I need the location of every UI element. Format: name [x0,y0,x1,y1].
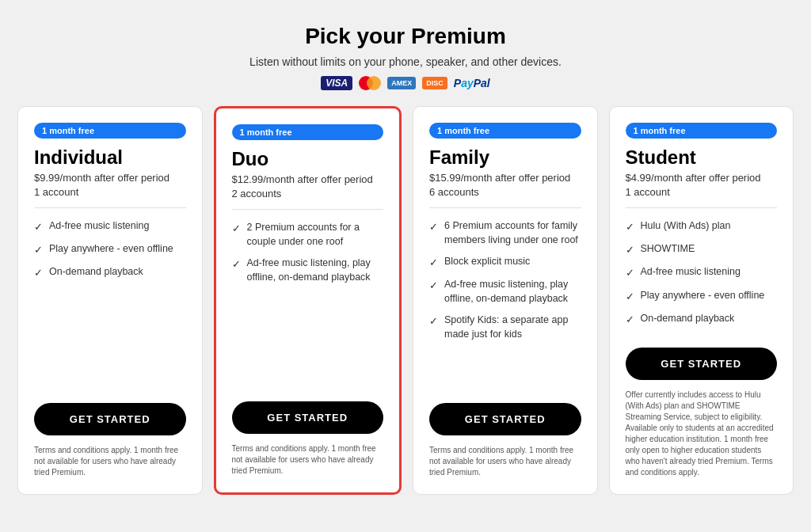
plan-card-individual: 1 month freeIndividual$9.99/month after … [17,106,203,495]
list-item: ✓Ad-free music listening [34,219,186,234]
page-title: Pick your Premium [249,24,562,49]
feature-text: Play anywhere - even offline [641,289,765,303]
plan-card-family: 1 month freeFamily$15.99/month after off… [413,106,598,495]
visa-icon: VISA [321,76,352,90]
student-features: ✓Hulu (With Ads) plan✓SHOWTIME✓Ad-free m… [626,219,778,335]
check-icon: ✓ [626,290,634,304]
duo-terms: Terms and conditions apply. 1 month free… [232,443,384,477]
check-icon: ✓ [34,220,43,234]
duo-badge: 1 month free [232,124,384,140]
amex-icon: AMEX [387,77,416,89]
list-item: ✓Ad-free music listening, play offline, … [232,256,384,284]
student-get-started-button[interactable]: GET STARTED [626,348,778,380]
list-item: ✓6 Premium accounts for family members l… [429,219,581,247]
check-icon: ✓ [429,220,438,234]
individual-badge: 1 month free [34,123,186,139]
individual-price: $9.99/month after offer period [34,172,186,184]
individual-divider [34,207,186,208]
check-icon: ✓ [429,256,438,270]
family-name: Family [429,146,581,169]
duo-price: $12.99/month after offer period [232,173,384,185]
duo-get-started-button[interactable]: GET STARTED [232,401,384,434]
feature-text: Hulu (With Ads) plan [641,219,731,234]
plans-container: 1 month freeIndividual$9.99/month after … [17,106,794,495]
check-icon: ✓ [429,314,438,329]
list-item: ✓SHOWTIME [626,242,778,257]
discover-icon: DISC [422,77,447,89]
family-price: $15.99/month after offer period [429,172,581,184]
list-item: ✓Play anywhere - even offline [34,242,186,257]
feature-text: Block explicit music [444,255,530,269]
page-header: Pick your Premium Listen without limits … [249,24,562,90]
check-icon: ✓ [626,243,634,257]
check-icon: ✓ [34,266,43,280]
check-icon: ✓ [34,243,43,257]
feature-text: Ad-free music listening [49,219,149,234]
student-divider [626,207,778,208]
family-terms: Terms and conditions apply. 1 month free… [429,445,581,478]
list-item: ✓On-demand playback [626,312,778,327]
duo-accounts: 2 accounts [232,188,384,200]
list-item: ✓2 Premium accounts for a couple under o… [232,221,384,249]
feature-text: On-demand playback [641,312,735,326]
student-badge: 1 month free [626,123,778,139]
family-accounts: 6 accounts [429,186,581,198]
family-divider [429,207,581,208]
duo-divider [232,209,384,210]
page-subtitle: Listen without limits on your phone, spe… [249,55,562,68]
list-item: ✓Hulu (With Ads) plan [626,219,778,234]
plan-card-duo: 1 month freeDuo$12.99/month after offer … [214,106,402,495]
feature-text: Play anywhere - even offline [49,242,173,256]
duo-name: Duo [232,148,384,170]
list-item: ✓Block explicit music [429,255,581,270]
list-item: ✓Play anywhere - even offline [626,289,778,304]
check-icon: ✓ [232,257,241,272]
feature-text: Ad-free music listening, play offline, o… [247,256,384,284]
feature-text: Spotify Kids: a separate app made just f… [444,314,581,341]
list-item: ✓Ad-free music listening, play offline, … [429,278,581,306]
feature-text: 2 Premium accounts for a couple under on… [247,221,384,249]
mastercard-icon [359,76,381,90]
student-price: $4.99/month after offer period [626,172,778,184]
check-icon: ✓ [626,313,634,327]
feature-text: SHOWTIME [641,242,695,256]
individual-name: Individual [34,146,186,169]
payment-icons: VISA AMEX DISC PayPal [249,76,562,90]
check-icon: ✓ [626,266,634,280]
feature-text: Ad-free music listening, play offline, o… [444,278,581,306]
list-item: ✓Spotify Kids: a separate app made just … [429,314,581,341]
feature-text: On-demand playback [49,265,143,279]
check-icon: ✓ [626,220,634,234]
plan-card-student: 1 month freeStudent$4.99/month after off… [609,106,794,495]
individual-get-started-button[interactable]: GET STARTED [34,403,186,435]
duo-features: ✓2 Premium accounts for a couple under o… [232,221,384,389]
feature-text: Ad-free music listening [641,265,741,279]
family-get-started-button[interactable]: GET STARTED [429,403,581,435]
student-accounts: 1 account [626,186,778,198]
check-icon: ✓ [232,222,241,236]
family-features: ✓6 Premium accounts for family members l… [429,219,581,390]
feature-text: 6 Premium accounts for family members li… [444,219,581,247]
check-icon: ✓ [429,279,438,293]
individual-terms: Terms and conditions apply. 1 month free… [34,445,186,478]
list-item: ✓Ad-free music listening [626,265,778,280]
paypal-icon: PayPal [454,77,490,89]
individual-accounts: 1 account [34,186,186,198]
individual-features: ✓Ad-free music listening✓Play anywhere -… [34,219,186,390]
family-badge: 1 month free [429,123,581,139]
list-item: ✓On-demand playback [34,265,186,280]
student-terms: Offer currently includes access to Hulu … [626,390,778,478]
student-name: Student [626,146,778,169]
